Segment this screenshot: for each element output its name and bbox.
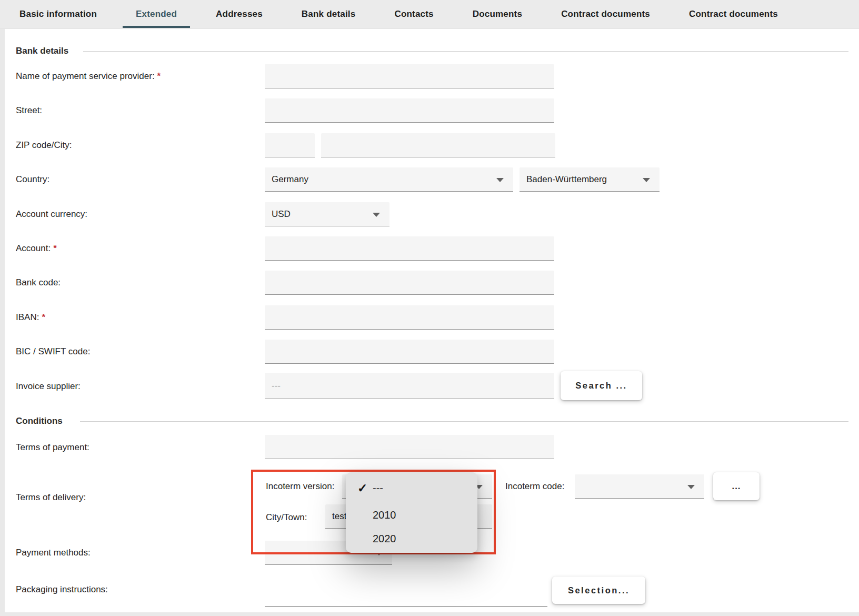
tab-contract-documents-1[interactable]: Contract documents (542, 0, 670, 28)
menu-item-none[interactable]: ✓ --- (346, 475, 477, 501)
account-input[interactable] (265, 236, 554, 261)
chevron-down-icon (687, 485, 695, 489)
account-label: Account:* (16, 242, 57, 255)
packaging-instructions-input[interactable] (265, 582, 547, 607)
selection-button[interactable]: Selection... (552, 577, 645, 604)
chevron-down-icon (643, 178, 650, 182)
city-town-label: City/Town: (266, 511, 307, 524)
city-input[interactable] (321, 133, 555, 157)
tab-basic-information[interactable]: Basic information (0, 0, 116, 28)
terms-of-payment-label: Terms of payment: (16, 441, 89, 454)
iban-input[interactable] (265, 305, 554, 330)
chevron-down-icon (373, 213, 380, 217)
section-title-bank-details: Bank details (16, 45, 68, 57)
state-value: Baden-Württemberg (526, 173, 607, 186)
payment-methods-label: Payment methods: (16, 547, 91, 559)
tab-contacts[interactable]: Contacts (375, 0, 453, 28)
street-input[interactable] (265, 98, 554, 123)
zip-input[interactable] (265, 133, 315, 157)
provider-input[interactable] (265, 64, 554, 88)
street-label: Street: (16, 104, 42, 117)
currency-value: USD (272, 208, 291, 221)
packaging-instructions-label: Packaging instructions: (16, 583, 108, 596)
zip-city-label: ZIP code/City: (16, 139, 72, 152)
search-button[interactable]: Search ... (561, 371, 642, 400)
tab-documents[interactable]: Documents (453, 0, 542, 28)
city-town-value: test (332, 510, 346, 523)
invoice-supplier-input[interactable]: --- (265, 373, 554, 399)
page-bottom-band (0, 612, 859, 616)
tab-contract-documents-2[interactable]: Contract documents (670, 0, 797, 28)
provider-label: Name of payment service provider:* (16, 70, 161, 83)
currency-label: Account currency: (16, 208, 87, 221)
chevron-down-icon (496, 178, 504, 182)
bank-code-label: Bank code: (16, 276, 61, 289)
invoice-supplier-label: Invoice supplier: (16, 380, 81, 393)
more-options-button[interactable]: ... (713, 472, 760, 500)
payment-methods-value: --- (272, 547, 281, 559)
terms-of-delivery-label: Terms of delivery: (16, 491, 86, 504)
menu-item-2010[interactable]: 2010 (346, 502, 477, 528)
incoterm-version-dropdown-menu: ✓ --- 2010 2020 (346, 472, 477, 553)
tab-bar: Basic information Extended Addresses Ban… (0, 0, 859, 28)
incoterm-code-select[interactable] (575, 474, 704, 499)
incoterm-code-label: Incoterm code: (505, 480, 564, 493)
tab-bank-details[interactable]: Bank details (282, 0, 375, 28)
section-divider (80, 421, 848, 422)
iban-label: IBAN:* (16, 311, 45, 324)
tab-extended[interactable]: Extended (116, 0, 196, 28)
country-select[interactable]: Germany (265, 167, 513, 192)
tab-addresses[interactable]: Addresses (196, 0, 282, 28)
bic-swift-input[interactable] (265, 340, 554, 364)
terms-of-payment-input[interactable] (265, 435, 554, 459)
invoice-supplier-value: --- (272, 380, 281, 392)
currency-select[interactable]: USD (265, 202, 389, 226)
country-label: Country: (16, 173, 49, 186)
required-asterisk: * (157, 71, 161, 81)
bic-swift-label: BIC / SWIFT code: (16, 345, 90, 358)
section-divider (83, 51, 848, 52)
country-value: Germany (272, 173, 308, 186)
menu-item-2020[interactable]: 2020 (346, 526, 477, 551)
incoterm-version-label: Incoterm version: (266, 480, 334, 493)
required-asterisk: * (53, 243, 57, 253)
state-select[interactable]: Baden-Württemberg (520, 167, 660, 192)
section-title-conditions: Conditions (16, 415, 63, 427)
bank-code-input[interactable] (265, 271, 554, 295)
checkmark-icon: ✓ (357, 481, 367, 495)
required-asterisk: * (42, 312, 45, 322)
